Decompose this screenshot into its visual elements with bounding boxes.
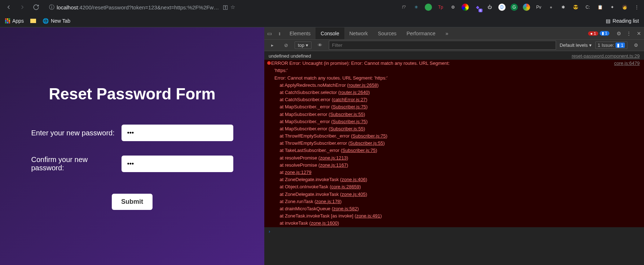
- stack-line: at Zone.runTask (zone.js:178): [264, 198, 644, 205]
- list-icon: ▤: [606, 18, 610, 24]
- key-icon[interactable]: ⚿: [223, 4, 228, 10]
- url-text: localhost:4200/resetPassword?token=123&n…: [57, 4, 221, 10]
- stack-line: at drainMicroTaskQueue (zone.js:582): [264, 205, 644, 212]
- source-link[interactable]: zone.js:1167: [320, 162, 347, 168]
- tab-sources[interactable]: Sources: [373, 27, 401, 39]
- source-link[interactable]: core.js:28659: [331, 184, 360, 189]
- source-link[interactable]: Subscriber.js:55: [330, 126, 364, 131]
- apps-button[interactable]: Apps: [5, 18, 24, 24]
- ext-icon[interactable]: ✱: [560, 4, 567, 11]
- stack-line: at ThrowIfEmptySubscriber._error (Subscr…: [264, 132, 644, 140]
- ext-icon[interactable]: [462, 4, 469, 11]
- ext-icon[interactable]: ⚛: [413, 4, 420, 11]
- ext-icon[interactable]: D: [498, 4, 506, 11]
- bookmark-newtab[interactable]: 🌐New Tab: [43, 18, 70, 24]
- source-link[interactable]: Subscriber.js:75: [333, 119, 366, 124]
- source-link[interactable]: router.js:2658: [349, 82, 377, 88]
- levels-selector[interactable]: Default levels ▾: [560, 42, 592, 48]
- issues-button[interactable]: 1 Issue: ▮ 1: [595, 41, 627, 49]
- password-label: Enter your new password:: [31, 129, 122, 137]
- source-link[interactable]: zone.js:406: [341, 177, 366, 182]
- source-link[interactable]: zone.js:405: [341, 192, 366, 197]
- tab-network[interactable]: Network: [344, 27, 373, 39]
- ext-icon[interactable]: Pv: [535, 4, 542, 11]
- source-link[interactable]: zone.js:178: [316, 199, 340, 204]
- context-selector[interactable]: top ▾: [295, 41, 312, 49]
- source-link[interactable]: reset-password.component.ts:29: [572, 53, 640, 59]
- tab-console[interactable]: Console: [316, 27, 344, 39]
- reload-button[interactable]: [31, 2, 41, 12]
- star-icon[interactable]: ☆: [230, 4, 235, 10]
- sidebar-toggle-icon[interactable]: ▸: [267, 42, 277, 48]
- source-link[interactable]: zone.js:1213: [320, 155, 347, 161]
- stack-line: at invokeTask (zone.js:1600): [264, 220, 644, 227]
- source-link[interactable]: router.js:2640: [340, 90, 368, 95]
- inspect-icon[interactable]: ▭: [264, 31, 274, 36]
- source-link[interactable]: Subscriber.js:55: [330, 112, 364, 117]
- ext-icon[interactable]: ⚙: [449, 4, 456, 11]
- devtools-panel: ▭ ⫾ Elements Console Network Sources Per…: [264, 27, 644, 265]
- error-count-badge[interactable]: ● 1: [588, 31, 598, 36]
- ext-icon[interactable]: ◆6: [474, 4, 481, 11]
- source-link[interactable]: zone.js:1600: [311, 220, 338, 226]
- source-link[interactable]: zone.js:491: [356, 213, 380, 219]
- stack-line: at TakeLastSubscriber._error (Subscriber…: [264, 147, 644, 154]
- source-link[interactable]: Subscriber.js:55: [350, 140, 383, 146]
- stack-line: at MapSubscriber.error (Subscriber.js:55…: [264, 111, 644, 118]
- password-input[interactable]: [122, 125, 233, 141]
- source-link[interactable]: catchError.js:27: [333, 97, 366, 102]
- ext-icon[interactable]: C:: [584, 4, 591, 11]
- stack-line: at zone.js:1279: [264, 169, 644, 176]
- clear-icon[interactable]: ⊘: [281, 42, 291, 48]
- avatar-icon[interactable]: 🧑: [621, 4, 628, 11]
- console-log[interactable]: undefined undefined reset-password.compo…: [264, 51, 644, 265]
- ext-icon[interactable]: G: [511, 4, 518, 11]
- source-link[interactable]: Subscriber.js:75: [333, 104, 366, 109]
- ext-icon[interactable]: [425, 4, 432, 11]
- device-icon[interactable]: ⫾: [274, 31, 284, 36]
- close-icon[interactable]: ✕: [634, 31, 644, 36]
- app-page: Reset Password Form Enter your new passw…: [0, 27, 264, 265]
- submit-button[interactable]: Submit: [112, 194, 153, 210]
- ext-icon[interactable]: ●: [547, 4, 555, 11]
- console-settings-icon[interactable]: ⚙: [631, 42, 641, 48]
- log-error-block: ▸ERROR Error: Uncaught (in promise): Err…: [264, 60, 644, 227]
- confirm-password-input[interactable]: [122, 156, 233, 172]
- extensions-icon[interactable]: ✦: [609, 4, 616, 11]
- reading-list-label: Reading list: [613, 18, 639, 24]
- source-link[interactable]: Subscriber.js:75: [342, 148, 376, 153]
- stack-line: at Object.onInvokeTask (core.js:28659): [264, 183, 644, 190]
- source-link[interactable]: zone.js:1279: [285, 170, 312, 175]
- form-row-password: Enter your new password:: [31, 125, 233, 141]
- source-link[interactable]: zone.js:582: [333, 206, 357, 211]
- tab-elements[interactable]: Elements: [284, 27, 316, 39]
- stack-line: at CatchSubscriber.selector (router.js:2…: [264, 89, 644, 96]
- ext-icon[interactable]: 📋: [596, 4, 604, 11]
- console-prompt[interactable]: ›: [264, 227, 644, 235]
- form-row-confirm: Confirm your new password:: [31, 156, 233, 172]
- ext-icon[interactable]: 😎: [572, 4, 579, 11]
- forward-button[interactable]: [17, 2, 27, 12]
- bookmark-folder[interactable]: [30, 19, 36, 23]
- ext-icon[interactable]: f?: [400, 4, 407, 11]
- eye-icon[interactable]: 👁: [315, 42, 325, 48]
- ext-icon[interactable]: [523, 4, 530, 11]
- ext-icon[interactable]: ⏻: [486, 4, 493, 11]
- reading-list-button[interactable]: ▤Reading list: [606, 18, 639, 24]
- filter-input[interactable]: [329, 41, 556, 50]
- source-link[interactable]: Subscriber.js:75: [353, 133, 386, 139]
- back-button[interactable]: [4, 2, 14, 12]
- tabs-more[interactable]: »: [441, 27, 454, 39]
- apps-label: Apps: [12, 18, 24, 24]
- stack-line: at MapSubscriber.error (Subscriber.js:55…: [264, 125, 644, 132]
- tab-performance[interactable]: Performance: [401, 27, 440, 39]
- ext-icon[interactable]: Tp: [437, 4, 444, 11]
- info-icon: ⓘ: [49, 4, 54, 11]
- source-link[interactable]: core.js:6479: [614, 60, 640, 67]
- settings-icon[interactable]: ⚙: [614, 31, 624, 36]
- menu-icon[interactable]: ⋮: [633, 4, 640, 11]
- address-bar[interactable]: ⓘ localhost:4200/resetPassword?token=123…: [45, 2, 239, 13]
- more-icon[interactable]: ⋮: [624, 31, 634, 36]
- stack-line: at resolvePromise (zone.js:1167): [264, 162, 644, 169]
- msg-count-badge[interactable]: ▮ 1: [600, 31, 609, 36]
